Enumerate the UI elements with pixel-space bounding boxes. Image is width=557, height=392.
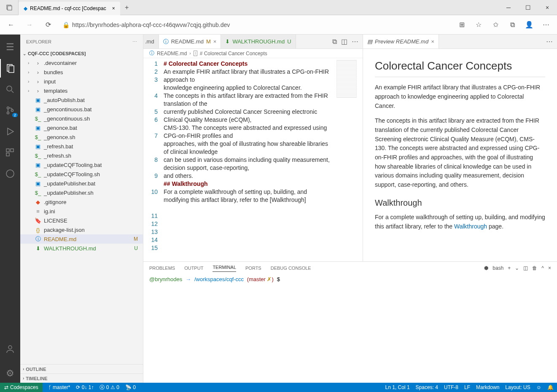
profile-icon[interactable]: 👤	[522, 17, 537, 32]
tab-readme[interactable]: ⓘ README.md M ×	[159, 35, 221, 48]
explorer-more-icon[interactable]: ⋯	[132, 39, 137, 45]
panel-tab-terminal[interactable]: TERMINAL	[213, 265, 236, 272]
workspace-header[interactable]: ⌄ CQF-CCC [CODESPACES]	[20, 49, 143, 58]
file-package-list.json[interactable]: {}package-list.json	[20, 225, 143, 234]
markdown-preview[interactable]: Colorectal Cancer Concepts An example FH…	[363, 49, 557, 261]
preview-p3: For a complete walkthrough of setting up…	[375, 213, 545, 231]
code-content[interactable]: # Colorectal Cancer ConceptsAn example F…	[164, 58, 363, 261]
explorer-title: EXPLORER	[26, 39, 51, 44]
tab-preview[interactable]: ▤ Preview README.md ×	[363, 35, 439, 48]
new-terminal-icon[interactable]: +	[508, 265, 511, 271]
refresh-button[interactable]: ⟳	[40, 17, 56, 32]
file-_genonce.bat[interactable]: ▣_genonce.bat	[20, 123, 143, 132]
close-panel-icon[interactable]: ×	[548, 265, 551, 271]
file-_autoPublish.bat[interactable]: ▣_autoPublish.bat	[20, 95, 143, 105]
timeline-section[interactable]: › TIMELINE	[20, 373, 143, 383]
file-_gencontinuous.sh[interactable]: $__gencontinuous.sh	[20, 114, 143, 123]
maximize-panel-icon[interactable]: ^	[541, 265, 544, 271]
file-bundles[interactable]: ››bundles	[20, 67, 143, 77]
github-icon[interactable]	[0, 164, 20, 183]
panel-tab-debugconsole[interactable]: DEBUG CONSOLE	[271, 266, 311, 271]
file-.devcontainer[interactable]: ››.devcontainer	[20, 58, 143, 67]
sync-status[interactable]: ⟳ 0↓ 1↑	[76, 384, 94, 390]
search-icon[interactable]	[0, 80, 20, 99]
settings-gear-icon[interactable]: ⚙	[0, 364, 20, 383]
source-control-icon[interactable]: 2	[0, 101, 20, 120]
file-_updatePublisher.bat[interactable]: ▣_updatePublisher.bat	[20, 179, 143, 188]
file-_refresh.sh[interactable]: $__refresh.sh	[20, 151, 143, 160]
menu-icon[interactable]: ⋯	[538, 17, 554, 32]
panel-tab-ports[interactable]: PORTS	[245, 266, 261, 271]
file-input[interactable]: ››input	[20, 77, 143, 86]
branch-status[interactable]: ᚶ master*	[48, 384, 70, 390]
close-window-button[interactable]: ×	[538, 0, 557, 15]
split-terminal-icon[interactable]: ◫	[523, 265, 528, 271]
terminal-dropdown-icon[interactable]: ⌄	[515, 265, 519, 271]
remote-indicator[interactable]: ⇄ Codespaces	[0, 383, 43, 392]
file-_updateCQFTooling.bat[interactable]: ▣_updateCQFTooling.bat	[20, 160, 143, 169]
more-icon[interactable]: ⋯	[546, 38, 553, 46]
svg-marker-9	[8, 128, 13, 135]
more-icon[interactable]: ⋯	[352, 38, 358, 46]
browser-toolbar: ← → ⟳ 🔒 https://brynrhodes-alphora-cqf-c…	[0, 15, 557, 35]
close-icon[interactable]: ×	[213, 38, 217, 45]
indentation-status[interactable]: Spaces: 4	[416, 384, 438, 390]
favorites-bar-icon[interactable]: ✩	[488, 17, 503, 32]
problems-status[interactable]: ⓧ 0 ⚠ 0	[100, 384, 119, 391]
terminal-body[interactable]: @brynrhodes → /workspaces/cqf-ccc (maste…	[143, 274, 557, 383]
panel-tab-output[interactable]: OUTPUT	[184, 266, 203, 271]
forward-button[interactable]: →	[22, 17, 37, 32]
file-_refresh.bat[interactable]: ▣_refresh.bat	[20, 142, 143, 151]
browser-tab[interactable]: ◆ README.md - cqf-ccc [Codespac ×	[19, 2, 120, 15]
eol-status[interactable]: LF	[464, 384, 470, 390]
layout-status[interactable]: Layout: US	[505, 384, 530, 390]
panel-tab-problems[interactable]: PROBLEMS	[149, 266, 175, 271]
encoding-status[interactable]: UTF-8	[444, 384, 458, 390]
extensions-icon[interactable]: ⊞	[454, 17, 469, 32]
ports-status[interactable]: 📡 0	[125, 384, 136, 390]
file-LICENSE[interactable]: 🔖LICENSE	[20, 216, 143, 225]
run-debug-icon[interactable]	[0, 122, 20, 141]
file-templates[interactable]: ››templates	[20, 86, 143, 95]
new-tab-button[interactable]: +	[120, 4, 134, 11]
chevron-right-icon: ›	[189, 51, 191, 56]
language-status[interactable]: Markdown	[476, 384, 499, 390]
minimap[interactable]	[336, 60, 357, 98]
tab-walkthrough[interactable]: ⬇ WALKTHROUGH.md U	[221, 35, 296, 48]
file-ig.ini[interactable]: ≡ig.ini	[20, 207, 143, 216]
tab-hidden[interactable]: .md	[143, 35, 159, 48]
notifications-icon[interactable]: 🔔	[547, 384, 554, 390]
explorer-icon[interactable]	[0, 59, 20, 78]
activity-bar: ☰ 2 ⚙	[0, 35, 20, 383]
kill-terminal-icon[interactable]: 🗑	[532, 265, 537, 271]
terminal-shell-name[interactable]: bash	[492, 265, 503, 271]
close-tab-button[interactable]: ×	[112, 5, 115, 11]
outline-section[interactable]: › OUTLINE	[20, 364, 143, 373]
browser-tab-title: README.md - cqf-ccc [Codespac	[30, 5, 106, 11]
back-button[interactable]: ←	[3, 17, 19, 32]
extensions-icon[interactable]	[0, 143, 20, 162]
close-icon[interactable]: ×	[431, 38, 434, 45]
menu-icon[interactable]: ☰	[0, 38, 20, 56]
file-_genonce.sh[interactable]: $__genonce.sh	[20, 132, 143, 142]
file-_updateCQFTooling.sh[interactable]: $__updateCQFTooling.sh	[20, 169, 143, 179]
file-WALKTHROUGH.md[interactable]: ⬇WALKTHROUGH.mdU	[20, 244, 143, 253]
file-_gencontinuous.bat[interactable]: ▣_gencontinuous.bat	[20, 105, 143, 114]
maximize-button[interactable]: ☐	[518, 0, 538, 15]
file-_updatePublisher.sh[interactable]: $__updatePublisher.sh	[20, 188, 143, 197]
file-README.md[interactable]: ⓘREADME.mdM	[20, 234, 143, 244]
split-editor-icon[interactable]: ◫	[341, 38, 347, 46]
cursor-position[interactable]: Ln 1, Col 1	[385, 384, 410, 390]
breadcrumb[interactable]: ⓘ README.md › ⁝ # Colorectal Cancer Conc…	[143, 49, 363, 58]
minimize-button[interactable]: ─	[499, 0, 518, 15]
tab-actions-button[interactable]	[0, 0, 19, 15]
file-.gitignore[interactable]: ◆.gitignore	[20, 197, 143, 207]
favorite-icon[interactable]: ☆	[471, 17, 486, 32]
accounts-icon[interactable]	[0, 340, 20, 358]
address-bar[interactable]: 🔒 https://brynrhodes-alphora-cqf-ccc-r46…	[59, 18, 451, 32]
collections-icon[interactable]: ⧉	[505, 17, 520, 32]
open-preview-icon[interactable]: ⧉	[332, 38, 337, 46]
feedback-icon[interactable]: ☺	[536, 384, 541, 390]
text-editor[interactable]: 123456789101112131415 # Colorectal Cance…	[143, 58, 363, 261]
walkthrough-link[interactable]: Walkthrough	[454, 223, 487, 230]
